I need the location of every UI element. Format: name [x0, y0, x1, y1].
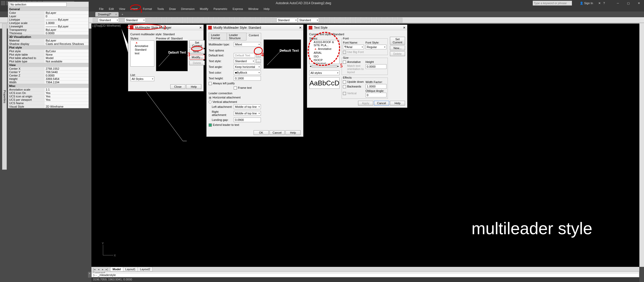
help-button[interactable]: Help — [390, 101, 405, 105]
list-item[interactable]: 🔺 Annotative — [309, 47, 339, 51]
dialog-title-bar[interactable]: Text Style ✕ — [307, 25, 407, 31]
list-item[interactable]: ARIAL — [309, 51, 339, 55]
nav-last-icon[interactable]: ▸| — [105, 268, 109, 271]
properties-section-header[interactable]: 3D Visualization — [8, 35, 89, 39]
menu-tools[interactable]: Tools — [155, 7, 166, 11]
tool-icon[interactable] — [372, 18, 376, 22]
property-value[interactable]: 7364.1194 — [45, 81, 89, 84]
tool-icon[interactable] — [156, 18, 161, 22]
tool-icon[interactable] — [319, 18, 324, 22]
modify-button[interactable]: Modify... — [189, 55, 205, 60]
extend-leader-checkbox[interactable] — [209, 124, 212, 127]
list-item[interactable]: Standard — [131, 48, 154, 51]
tool-icon[interactable] — [177, 18, 182, 22]
properties-row[interactable]: Plot table attached toModel — [8, 56, 89, 60]
text-style-dropdown[interactable]: Standard — [234, 59, 255, 63]
tool-icon[interactable] — [230, 18, 234, 22]
properties-row[interactable]: Visual Style2D Wireframe — [8, 105, 89, 108]
properties-row[interactable]: UCS icon OnYes — [8, 91, 89, 95]
property-value[interactable]: 2768.1552 — [45, 67, 89, 70]
properties-section-header[interactable]: General — [8, 7, 89, 11]
properties-row[interactable]: Linetype scale1.0000 — [8, 21, 89, 25]
cmdline-close-icon[interactable]: × — [88, 272, 91, 278]
oa-field[interactable]: 0 — [366, 93, 387, 97]
nav-next-icon[interactable]: ▸ — [101, 268, 104, 271]
tool-icon[interactable] — [271, 18, 276, 22]
tool-icon[interactable] — [167, 18, 172, 22]
menu-window[interactable]: Window — [246, 7, 261, 11]
dim-style-icon[interactable] — [119, 18, 124, 22]
property-value[interactable]: 708.5440 — [45, 70, 89, 74]
properties-row[interactable]: Linetype———— ByLayer — [8, 18, 89, 21]
selection-dropdown[interactable] — [9, 2, 67, 7]
dialog-title-bar[interactable]: Modify Multileader Style: Standard ✕ — [207, 25, 303, 31]
set-current-button[interactable]: Set Current — [390, 37, 405, 45]
table-style-dropdown[interactable]: Standard — [298, 18, 319, 22]
property-value[interactable]: Casts and Receives Shadows — [45, 42, 89, 45]
tool-icon[interactable] — [250, 18, 255, 22]
tool-icon[interactable] — [224, 18, 229, 22]
property-value[interactable]: None — [45, 53, 89, 56]
annotative-checkbox[interactable] — [343, 61, 346, 64]
close-button[interactable]: ✕ — [634, 2, 644, 5]
landing-gap-field[interactable]: 0.0900 — [234, 118, 261, 122]
list-item[interactable]: test — [131, 51, 154, 55]
property-value[interactable]: 0.0000 — [45, 74, 89, 77]
properties-row[interactable]: Lineweight———— ByLayer — [8, 25, 89, 28]
text-height-field[interactable]: 0.1800 — [234, 76, 261, 81]
text-angle-dropdown[interactable]: Keep horizontal — [234, 64, 261, 69]
tool-icon[interactable] — [240, 18, 245, 22]
cancel-button[interactable]: Cancel — [270, 130, 285, 135]
app-icon[interactable] — [1, 1, 5, 5]
properties-row[interactable]: Center Z0.0000 — [8, 74, 89, 77]
tool-icon[interactable] — [146, 18, 151, 22]
tab-close-icon[interactable]: × — [115, 13, 117, 16]
select-icon[interactable] — [79, 2, 83, 7]
properties-row[interactable]: MaterialByLayer — [8, 39, 89, 42]
properties-row[interactable]: TransparencyByLayer — [8, 28, 89, 31]
properties-row[interactable]: Thickness0.0000 — [8, 31, 89, 35]
annotation-scale-dropdown[interactable]: Standard — [98, 18, 119, 22]
help-icon[interactable]: ? — [603, 2, 605, 5]
tab-leader-structure[interactable]: Leader Structure — [227, 33, 247, 40]
tool-icon[interactable] — [172, 18, 177, 22]
properties-row[interactable]: Annotation scale1:1 — [8, 88, 89, 91]
apply-button[interactable]: Apply — [358, 101, 373, 105]
tool-icon[interactable] — [209, 18, 213, 22]
properties-row[interactable]: Width7364.1194 — [8, 80, 89, 84]
right-toolbar[interactable] — [639, 24, 644, 267]
pickadd-icon[interactable] — [74, 2, 78, 7]
tool-icon[interactable] — [335, 18, 340, 22]
tool-icon[interactable] — [235, 18, 239, 22]
tool-icon[interactable] — [162, 18, 166, 22]
set-current-button[interactable]: Set Current — [189, 40, 205, 48]
tool-icon[interactable] — [256, 18, 260, 22]
filter-dropdown[interactable]: All styles — [309, 70, 339, 75]
default-text-field[interactable]: Default Text — [234, 53, 255, 58]
property-value[interactable]: Model — [45, 56, 89, 60]
command-line[interactable]: × Command:Command: ▷ - _mleaderstyle — [91, 272, 639, 277]
property-value[interactable] — [45, 102, 89, 105]
exchange-apps-icon[interactable]: ✕ — [598, 2, 601, 5]
menu-draw[interactable]: Draw — [167, 7, 178, 11]
tool-icon[interactable] — [325, 18, 329, 22]
properties-palette-title[interactable]: Properties — [2, 24, 7, 170]
list-item[interactable]: ROMANS — [309, 62, 339, 64]
tool-icon[interactable] — [382, 18, 387, 22]
properties-section-header[interactable]: Plot style — [8, 45, 89, 49]
tool-icon[interactable] — [203, 18, 208, 22]
quickselect-icon[interactable] — [83, 2, 87, 7]
menu-file[interactable]: File — [97, 7, 106, 11]
text-color-dropdown[interactable]: ■ ByBlock — [234, 70, 261, 75]
menu-help[interactable]: Help — [261, 7, 272, 11]
tab-leader-format[interactable]: Leader Format — [209, 33, 227, 40]
tool-icon[interactable] — [261, 18, 266, 22]
property-value[interactable]: 3369.5454 — [45, 77, 89, 80]
tool-icon[interactable] — [356, 18, 361, 22]
tool-icon[interactable] — [366, 18, 371, 22]
menu-parametric[interactable]: Parametric — [211, 7, 230, 11]
tool-icon[interactable] — [361, 18, 366, 22]
close-icon[interactable]: ✕ — [199, 26, 202, 30]
tool-icon[interactable] — [219, 18, 224, 22]
menu-view[interactable]: View — [117, 7, 128, 11]
